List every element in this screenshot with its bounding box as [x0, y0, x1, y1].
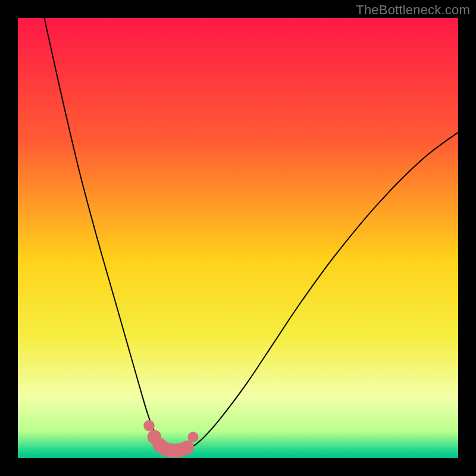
chart-stage: TheBottleneck.com	[0, 0, 476, 476]
bottleneck-curve-path	[44, 18, 458, 452]
flat-region-marker	[180, 440, 194, 455]
flat-region-marker	[188, 432, 199, 443]
watermark-text: TheBottleneck.com	[356, 2, 470, 18]
flat-region-marker	[143, 420, 155, 431]
flat-region-markers	[143, 420, 198, 458]
plot-area	[18, 18, 458, 458]
curve-layer	[18, 18, 458, 458]
